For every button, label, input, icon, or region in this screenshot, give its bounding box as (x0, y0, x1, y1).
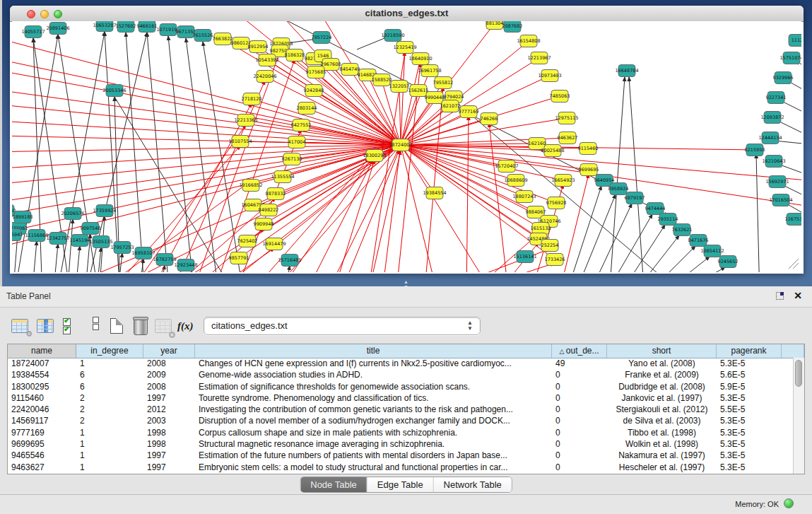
graph-edge[interactable] (53, 244, 58, 272)
graph-node[interactable]: 19384554 (423, 187, 446, 199)
graph-node[interactable]: 10025488 (541, 145, 564, 157)
graph-node[interactable]: 3915941 (12, 229, 23, 241)
graph-node[interactable]: 1112 (789, 35, 801, 47)
graph-node[interactable]: 15692971 (765, 176, 789, 188)
column-header-pagerank[interactable]: pagerank (717, 344, 782, 358)
table-row[interactable]: 2242004622012Investigating the contribut… (8, 404, 794, 415)
graph-node[interactable]: 19166852 (239, 180, 262, 192)
graph-node[interactable]: 15136141 (513, 251, 536, 263)
graph-node[interactable]: 9115460 (578, 143, 599, 155)
graph-node[interactable]: 15716485 (278, 255, 301, 267)
graph-node[interactable]: 7957224 (312, 32, 332, 44)
graph-node[interactable]: 9329966 (773, 72, 794, 84)
new-table-icon[interactable] (107, 316, 126, 336)
table-row[interactable]: 1872400712008Changes of HCN gene express… (8, 358, 794, 369)
graph-edge[interactable] (12, 105, 401, 145)
graph-edge[interactable] (756, 154, 760, 272)
graph-edge[interactable] (252, 99, 401, 145)
graph-edge[interactable] (233, 129, 301, 272)
graph-node[interactable]: 22420046 (253, 71, 276, 83)
graph-node[interactable]: 7632621 (672, 224, 693, 236)
graph-node[interactable]: 17359924 (93, 205, 116, 217)
graph-node[interactable]: 9474444 (645, 203, 666, 215)
table-row[interactable]: 1938455462009Genome-wide association stu… (8, 369, 794, 380)
table-row[interactable]: 969969511998Structural magnetic resonanc… (8, 438, 794, 450)
resize-grip-icon[interactable] (789, 259, 799, 269)
table-scrollbar-thumb[interactable] (795, 360, 802, 387)
graph-node[interactable]: 7625402 (237, 235, 258, 247)
graph-node[interactable]: 2087682 (502, 21, 523, 33)
graph-node[interactable]: 15720407 (495, 160, 518, 173)
graph-node[interactable]: 12325419 (393, 42, 416, 54)
graph-node[interactable]: 8471676 (688, 235, 709, 247)
graph-node[interactable]: 15751074 (779, 52, 801, 64)
float-window-icon[interactable] (776, 292, 784, 300)
graph-node[interactable]: 16654923 (551, 175, 575, 187)
graph-edge[interactable] (565, 186, 601, 272)
graph-edge[interactable] (357, 37, 388, 49)
graph-node[interactable]: 9175685 (306, 66, 326, 78)
table-row[interactable]: 977716911998Corpus callosum shape and si… (8, 427, 794, 438)
graph-node[interactable]: 1899188 (13, 211, 33, 223)
graph-node[interactable]: 8215958 (745, 144, 765, 156)
graph-node[interactable]: 746266 (481, 113, 498, 125)
column-header-name[interactable]: name (8, 344, 76, 358)
graph-node[interactable]: 12975115 (555, 112, 578, 124)
graph-node[interactable]: 12923448 (174, 259, 197, 271)
graph-node[interactable]: 8498222 (259, 204, 279, 216)
graph-node[interactable]: 2935114 (658, 214, 678, 226)
network-canvas[interactable]: 7663822986012489129541822605898275098186… (12, 21, 801, 272)
graph-node[interactable]: 9097548 (81, 223, 101, 235)
tab-node-table[interactable]: Node Table (300, 477, 367, 492)
graph-node[interactable]: 18107554 (228, 136, 252, 148)
graph-node[interactable]: 14055717 (21, 26, 45, 38)
graph-node[interactable]: 8958924 (608, 183, 629, 195)
graph-node[interactable]: 1615132 (531, 223, 551, 235)
graph-node[interactable]: 18807243 (512, 191, 536, 203)
graph-node[interactable]: 20053346 (102, 85, 126, 97)
graph-node[interactable]: 9699695 (579, 164, 599, 176)
graph-edge[interactable] (399, 86, 401, 145)
graph-edge[interactable] (126, 33, 145, 272)
graph-node[interactable]: 9909948 (254, 218, 274, 230)
graph-node[interactable]: 7663822 (213, 33, 233, 45)
graph-node[interactable]: 12213967 (527, 52, 551, 64)
close-icon[interactable]: ✕ (794, 290, 802, 301)
graph-node[interactable]: 1621072 (440, 100, 461, 112)
graph-node[interactable]: 9857791 (229, 252, 249, 264)
graph-node[interactable]: 10688609 (504, 175, 527, 187)
graph-node[interactable]: 12093872 (760, 112, 784, 124)
table-row[interactable]: 946362711997Embryonic stem cells: a mode… (8, 462, 794, 473)
graph-node[interactable]: 19218590 (381, 30, 404, 42)
graph-node[interactable]: 10653287 (93, 21, 116, 32)
graph-node[interactable]: 13505135 (89, 236, 112, 248)
graph-node[interactable]: 7615526 (193, 30, 213, 42)
table-settings-icon[interactable]: ⚙ (11, 316, 30, 336)
column-header-year[interactable]: year (143, 344, 195, 358)
graph-node[interactable]: 17957253 (110, 242, 134, 254)
graph-edge[interactable] (588, 204, 632, 272)
graph-node[interactable]: 6879197 (625, 192, 645, 204)
graph-node[interactable]: 17016504 (769, 194, 792, 206)
graph-node[interactable]: 18724007 (389, 139, 412, 151)
graph-edge[interactable] (147, 33, 170, 272)
graph-node[interactable]: 16958107 (131, 247, 155, 259)
graph-node[interactable]: 8427552 (291, 119, 312, 132)
graph-node[interactable]: 9463627 (558, 132, 578, 144)
graph-node[interactable]: 881304 (486, 21, 504, 30)
tab-edge-table[interactable]: Edge Table (367, 477, 434, 492)
select-all-icon[interactable] (63, 316, 81, 336)
graph-edge[interactable] (32, 241, 37, 272)
graph-node[interactable]: 20891406 (46, 23, 69, 35)
graph-node[interactable]: 16961758 (418, 65, 441, 77)
window-titlebar[interactable]: citations_edges.txt (10, 6, 804, 22)
graph-node[interactable]: 11156869 (25, 230, 48, 242)
graph-node[interactable]: 16914479 (262, 238, 286, 250)
graph-node[interactable]: 252254 (541, 240, 559, 252)
graph-node[interactable]: 9756928 (546, 197, 567, 209)
tab-network-table[interactable]: Network Table (434, 477, 512, 492)
graph-node[interactable]: 8186328 (285, 49, 305, 62)
graph-edge[interactable] (12, 39, 401, 145)
graph-node[interactable]: 10654112 (700, 245, 724, 257)
graph-node[interactable]: 9227341 (766, 92, 787, 104)
